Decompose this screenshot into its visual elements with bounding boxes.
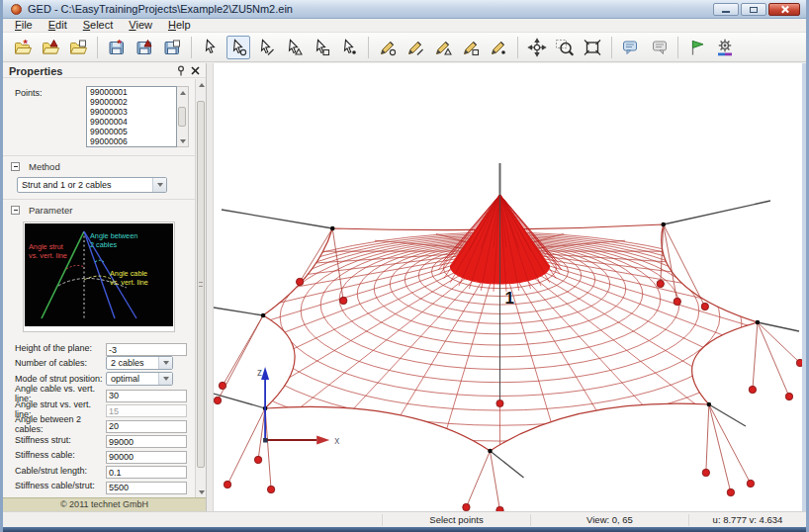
svg-text:vs. vert. line: vs. vert. line xyxy=(110,278,148,287)
mode-of-strut-position-select[interactable]: optimal xyxy=(106,372,173,386)
parameter-section-header[interactable]: Parameter xyxy=(3,202,195,218)
toolbar-separator xyxy=(97,37,98,58)
menu-item-help[interactable]: Help xyxy=(160,19,199,32)
panel-splitter[interactable] xyxy=(207,63,214,511)
draw-rect-icon[interactable] xyxy=(459,36,483,59)
menu-item-select[interactable]: Select xyxy=(75,19,122,32)
svg-text:*: * xyxy=(118,38,123,49)
points-list-item[interactable]: 99000002 xyxy=(87,97,176,107)
title-bar: GED - C:\EasyTrainingProjects\Example2\Z… xyxy=(3,0,806,19)
app-window: GED - C:\EasyTrainingProjects\Example2\Z… xyxy=(0,0,809,532)
angle-between-2-cables-label: Angle between 2 cables: xyxy=(15,414,106,434)
select-mark-icon[interactable] xyxy=(337,36,361,59)
settings-gear-icon[interactable] xyxy=(713,36,737,59)
points-list-scrollbar[interactable] xyxy=(177,86,189,147)
select-value: optimal xyxy=(111,374,139,384)
minimize-button[interactable] xyxy=(713,3,739,16)
status-coordinates: u: 8.777 v: 4.634 xyxy=(688,514,806,526)
chevron-down-icon xyxy=(152,178,166,192)
points-list-item[interactable]: 99000006 xyxy=(87,136,176,146)
parameter-fields: Height of the plane:Number of cables:2 c… xyxy=(3,340,195,493)
zoom-window-icon[interactable] xyxy=(553,36,577,59)
points-list-item[interactable]: 99000004 xyxy=(87,117,176,127)
points-list-item[interactable]: 99000005 xyxy=(87,127,176,136)
maximize-icon xyxy=(750,7,758,13)
toolbar: ** xyxy=(3,33,806,62)
toolbar-separator xyxy=(191,37,192,58)
maximize-button[interactable] xyxy=(741,3,766,16)
open-up-icon[interactable] xyxy=(39,36,62,59)
points-list-item[interactable]: 99000003 xyxy=(87,107,176,117)
comment-blue-icon[interactable] xyxy=(619,36,643,59)
save-square-icon[interactable] xyxy=(160,36,184,59)
zoom-fit-icon[interactable] xyxy=(581,36,604,59)
stiffness-cable-strut-input[interactable] xyxy=(106,482,187,494)
collapse-icon[interactable] xyxy=(11,162,20,171)
draw-mark-icon[interactable] xyxy=(487,36,510,59)
param-row: Stiffness cable/strut: xyxy=(15,479,195,493)
toolbar-separator xyxy=(517,37,518,58)
param-row: Height of the plane: xyxy=(15,340,195,355)
toolbar-separator xyxy=(368,37,369,58)
method-section-header[interactable]: Method xyxy=(3,158,195,174)
height-of-the-plane-input[interactable] xyxy=(106,343,187,356)
svg-text:*: * xyxy=(24,38,29,49)
chevron-down-icon xyxy=(158,373,172,385)
open-square-icon[interactable] xyxy=(66,36,90,59)
status-mode: Select points xyxy=(382,514,530,526)
menu-item-view[interactable]: View xyxy=(121,19,160,32)
save-up-icon[interactable] xyxy=(133,36,156,59)
stiffness-cable-strut-label: Stiffness cable/strut: xyxy=(15,481,106,490)
svg-text:Angle between: Angle between xyxy=(90,231,137,240)
panel-scrollbar[interactable] xyxy=(195,79,206,497)
param-row: Angle between 2 cables: xyxy=(15,417,195,432)
number-of-cables-select[interactable]: 2 cables xyxy=(106,356,173,370)
select-value: 2 cables xyxy=(111,358,144,368)
select-point-icon[interactable] xyxy=(226,36,250,59)
param-row: Stiffness strut: xyxy=(15,432,195,447)
cable-strut-length-label: Cable/strut length: xyxy=(15,466,106,476)
method-select[interactable]: Strut and 1 or 2 cables xyxy=(17,177,167,193)
run-flag-icon[interactable] xyxy=(685,36,709,59)
svg-text:Angle strut: Angle strut xyxy=(29,242,63,251)
save-new-icon[interactable]: * xyxy=(105,36,129,59)
select-triangle-icon[interactable] xyxy=(282,36,306,59)
open-new-icon[interactable]: * xyxy=(11,36,35,59)
draw-line-icon[interactable] xyxy=(404,36,427,59)
draw-triangle-icon[interactable] xyxy=(431,36,455,59)
draw-point-icon[interactable] xyxy=(376,36,400,59)
properties-panel-header: Properties xyxy=(3,63,206,78)
select-rect-icon[interactable] xyxy=(310,36,333,59)
pan-icon[interactable] xyxy=(525,36,549,59)
status-view: View: 0, 65 xyxy=(530,514,688,526)
select-cursor-icon[interactable] xyxy=(199,36,223,59)
points-list-item[interactable]: 99000001 xyxy=(87,87,176,97)
toolbar-separator xyxy=(677,37,678,58)
window-bottom-border xyxy=(3,527,806,532)
svg-text:2 cables: 2 cables xyxy=(90,240,118,249)
panel-close-icon[interactable] xyxy=(189,65,202,77)
pin-icon[interactable] xyxy=(174,65,187,77)
copyright-footer: © 2011 technet GmbH xyxy=(3,497,206,511)
stiffness-cable-label: Stiffness cable: xyxy=(15,450,106,460)
minimize-icon xyxy=(722,11,730,13)
menu-item-edit[interactable]: Edit xyxy=(41,19,75,32)
close-button[interactable] xyxy=(768,3,800,16)
properties-panel: Properties Points: 990000019900000299000… xyxy=(3,63,207,511)
collapse-icon[interactable] xyxy=(11,206,20,215)
points-listbox[interactable]: 9900000199000002990000039900000499000005… xyxy=(86,86,177,147)
chevron-down-icon xyxy=(158,357,172,369)
menu-bar: FileEditSelectViewHelp xyxy=(3,19,806,33)
param-row: Cable/strut length: xyxy=(15,463,195,478)
points-label: Points: xyxy=(15,86,86,147)
status-bar: Select points View: 0, 65 u: 8.777 v: 4.… xyxy=(3,511,806,527)
toolbar-separator xyxy=(611,37,612,58)
comment-gray-icon[interactable] xyxy=(647,36,671,59)
model-viewport[interactable]: zx1 xyxy=(214,63,802,511)
select-line-icon[interactable] xyxy=(254,36,278,59)
properties-panel-title: Properties xyxy=(9,65,172,77)
close-icon xyxy=(780,5,789,14)
stiffness-strut-label: Stiffness strut: xyxy=(15,435,106,445)
parameter-diagram: Angle strutvs. vert. lineAngle between2 … xyxy=(23,222,175,332)
menu-item-file[interactable]: File xyxy=(7,19,41,32)
